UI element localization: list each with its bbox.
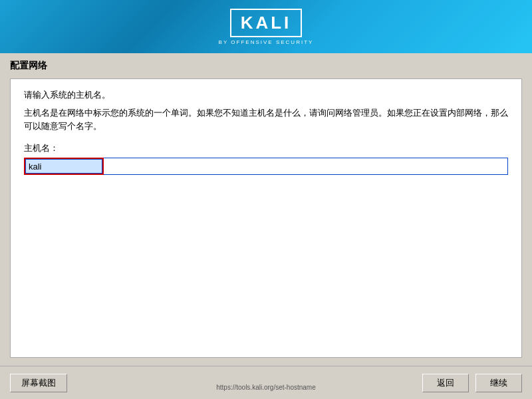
main-content: 配置网络 请输入系统的主机名。 主机名是在网络中标示您的系统的一个单词。如果您不…: [0, 53, 532, 366]
screenshot-button[interactable]: 屏幕截图: [10, 374, 67, 392]
hostname-input-row: [24, 158, 508, 175]
content-box: 请输入系统的主机名。 主机名是在网络中标示您的系统的一个单词。如果您不知道主机名…: [10, 78, 522, 358]
description-text: 主机名是在网络中标示您的系统的一个单词。如果您不知道主机名是什么，请询问网络管理…: [24, 106, 508, 132]
hostname-input[interactable]: [25, 159, 102, 174]
footer-right: 返回 继续: [422, 374, 522, 392]
logo-main-text: KALI: [241, 13, 292, 33]
kali-logo: KALI BY OFFENSIVE SECURITY: [219, 9, 314, 45]
hostname-label: 主机名：: [24, 142, 508, 154]
footer-left: 屏幕截图: [10, 374, 67, 392]
footer-url: https://tools.kali.org/set-hostname: [216, 384, 316, 391]
footer: 屏幕截图 https://tools.kali.org/set-hostname…: [0, 366, 532, 399]
instruction-text: 请输入系统的主机名。: [24, 89, 508, 101]
logo-border: KALI: [230, 9, 303, 37]
section-title: 配置网络: [10, 60, 522, 72]
hostname-selected-box: [24, 158, 104, 175]
header: KALI BY OFFENSIVE SECURITY: [0, 0, 532, 53]
continue-button[interactable]: 继续: [475, 374, 522, 392]
back-button[interactable]: 返回: [422, 374, 469, 392]
logo-sub-text: BY OFFENSIVE SECURITY: [219, 39, 314, 45]
hostname-input-rest[interactable]: [104, 158, 508, 175]
